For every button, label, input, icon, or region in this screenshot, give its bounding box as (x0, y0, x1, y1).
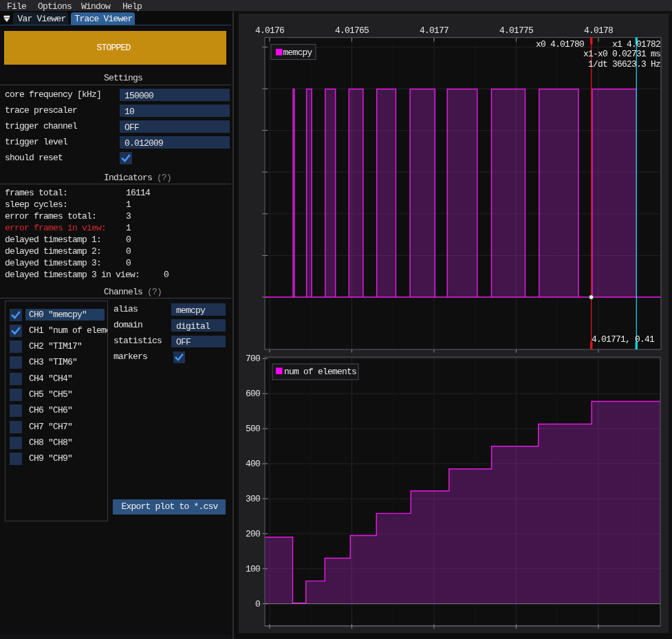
svg-text:num of elements: num of elements (284, 367, 356, 377)
svg-text:4.0176: 4.0176 (255, 25, 284, 36)
svg-text:100: 100 (246, 564, 260, 574)
svg-text:x1-x0 0.02731 ms: x1-x0 0.02731 ms (583, 49, 660, 59)
svg-text:x0 4.01780: x0 4.01780 (536, 39, 584, 50)
svg-text:x1 4.01782: x1 4.01782 (612, 39, 660, 50)
svg-text:4.01771, 0.41: 4.01771, 0.41 (592, 334, 655, 345)
svg-text:500: 500 (246, 424, 260, 434)
svg-text:300: 300 (246, 494, 260, 504)
svg-text:4.01775: 4.01775 (499, 25, 533, 36)
svg-text:600: 600 (246, 389, 260, 399)
svg-text:4.01765: 4.01765 (335, 25, 369, 36)
svg-text:200: 200 (246, 529, 260, 539)
svg-text:4.0178: 4.0178 (584, 25, 613, 36)
svg-text:memcpy: memcpy (283, 47, 313, 58)
svg-text:4.0177: 4.0177 (420, 25, 448, 36)
svg-text:700: 700 (246, 354, 260, 364)
svg-text:400: 400 (246, 459, 260, 469)
svg-text:1/dt 36623.3 Hz: 1/dt 36623.3 Hz (588, 59, 660, 69)
svg-text:0: 0 (255, 599, 260, 609)
